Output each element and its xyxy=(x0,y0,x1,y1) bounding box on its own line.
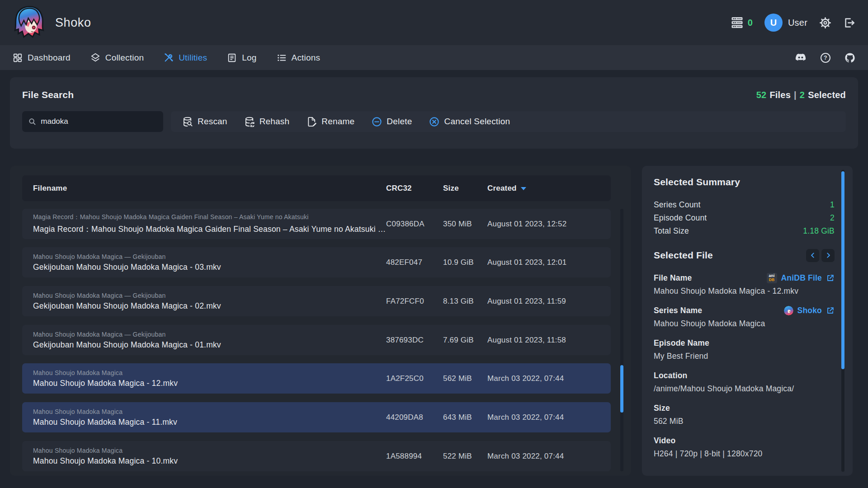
file-crc32: FA72FCF0 xyxy=(386,297,443,306)
field-value: My Best Friend xyxy=(654,352,835,361)
file-crc32: C09386DA xyxy=(386,220,443,229)
table-scrollbar-track xyxy=(620,209,623,471)
queue-icon xyxy=(731,17,743,28)
file-edit-icon xyxy=(307,117,317,127)
file-group-title: Magia Record：Mahou Shoujo Madoka Magica … xyxy=(33,213,386,221)
queue-status[interactable]: 0 xyxy=(731,17,753,28)
file-created: March 03 2022, 07:44 xyxy=(487,374,600,383)
discord-button[interactable] xyxy=(795,53,807,63)
action-label: Cancel Selection xyxy=(444,117,510,127)
nav-item-dashboard[interactable]: Dashboard xyxy=(13,53,71,63)
app-header: Shoko 0 U User xyxy=(0,0,868,45)
file-size: 562 MiB xyxy=(443,374,487,383)
file-crc32: 44209DA8 xyxy=(386,413,443,422)
table-row-selected[interactable]: Mahou Shoujo Madoka Magica Mahou Shoujo … xyxy=(22,402,611,432)
field-value: /anime/Mahou Shoujo Madoka Magica/ xyxy=(654,384,835,394)
table-row[interactable]: Mahou Shoujo Madoka Magica — Gekijouban … xyxy=(22,286,611,316)
gear-icon xyxy=(819,17,831,29)
table-row-selected[interactable]: Mahou Shoujo Madoka Magica Mahou Shoujo … xyxy=(22,363,611,394)
column-header-created[interactable]: Created xyxy=(487,184,600,193)
file-created: August 01 2023, 12:01 xyxy=(487,258,600,267)
external-link-icon xyxy=(826,306,835,315)
rescan-button[interactable]: Rescan xyxy=(183,117,227,127)
file-name: Mahou Shoujo Madoka Magica - 12.mkv xyxy=(33,379,386,388)
field-episode-name: Episode Name My Best Friend xyxy=(654,338,835,361)
column-header-size[interactable]: Size xyxy=(443,184,487,193)
summary-row: Episode Count 2 xyxy=(654,211,835,225)
sort-desc-icon xyxy=(521,187,526,190)
file-name: Gekijouban Mahou Shoujo Madoka Magica - … xyxy=(33,263,386,272)
search-box xyxy=(22,111,163,132)
file-name: Magia Record：Mahou Shoujo Madoka Magica … xyxy=(33,224,386,235)
summary-value: 1.18 GiB xyxy=(803,226,835,236)
next-file-button[interactable] xyxy=(821,249,835,262)
nav-item-log[interactable]: Log xyxy=(227,53,256,63)
github-button[interactable] xyxy=(844,52,855,63)
field-location: Location /anime/Mahou Shoujo Madoka Magi… xyxy=(654,371,835,394)
file-size: 8.13 GiB xyxy=(443,297,487,306)
cancel-selection-button[interactable]: Cancel Selection xyxy=(429,117,510,127)
column-header-crc32[interactable]: CRC32 xyxy=(386,184,443,193)
anidb-file-link[interactable]: ani DB AniDB File xyxy=(767,273,835,283)
database-refresh-icon xyxy=(245,117,255,127)
app-title: Shoko xyxy=(55,16,91,30)
file-crc32: 1A588994 xyxy=(386,452,443,461)
table-row[interactable]: Mahou Shoujo Madoka Magica Mahou Shoujo … xyxy=(22,441,611,471)
nav-label: Collection xyxy=(105,53,144,63)
file-group-title: Mahou Shoujo Madoka Magica xyxy=(33,369,386,376)
file-size: 7.69 GiB xyxy=(443,336,487,345)
file-group-title: Mahou Shoujo Madoka Magica — Gekijouban xyxy=(33,253,386,260)
minus-circle-icon xyxy=(372,117,382,127)
main-navbar: Dashboard Collection Utilities Log Actio… xyxy=(0,45,868,70)
rehash-button[interactable]: Rehash xyxy=(245,117,290,127)
settings-button[interactable] xyxy=(819,17,831,29)
selected-count: 2 xyxy=(800,90,805,100)
nav-item-utilities[interactable]: Utilities xyxy=(164,53,207,63)
nav-item-actions[interactable]: Actions xyxy=(277,53,321,63)
chevron-right-icon xyxy=(825,252,831,258)
summary-row: Series Count 1 xyxy=(654,198,835,211)
field-series-name: Series Name Shoko Mahou Shoujo xyxy=(654,305,835,328)
file-crc32: 387693DC xyxy=(386,336,443,345)
nav-item-collection[interactable]: Collection xyxy=(90,53,144,63)
delete-button[interactable]: Delete xyxy=(372,117,412,127)
external-link-icon xyxy=(826,274,835,282)
database-search-icon xyxy=(183,117,193,127)
files-count: 52 xyxy=(756,90,767,100)
search-input[interactable] xyxy=(41,117,157,126)
shoko-icon xyxy=(784,306,793,315)
summary-label: Series Count xyxy=(654,200,701,210)
table-scrollbar-thumb[interactable] xyxy=(620,365,623,413)
file-group-title: Mahou Shoujo Madoka Magica — Gekijouban xyxy=(33,292,386,299)
help-button[interactable]: ? xyxy=(820,52,831,63)
file-name: Gekijouban Mahou Shoujo Madoka Magica - … xyxy=(33,340,386,350)
column-header-filename[interactable]: Filename xyxy=(33,184,386,193)
file-name: Mahou Shoujo Madoka Magica - 11.mkv xyxy=(33,418,386,427)
table-row[interactable]: Magia Record：Mahou Shoujo Madoka Magica … xyxy=(22,209,611,239)
sidebar-scrollbar-thumb[interactable] xyxy=(841,171,844,369)
user-name: User xyxy=(788,18,807,28)
table-row[interactable]: Mahou Shoujo Madoka Magica — Gekijouban … xyxy=(22,247,611,277)
field-label: Series Name xyxy=(654,306,702,315)
logout-button[interactable] xyxy=(843,17,855,29)
field-label: File Name xyxy=(654,273,692,283)
summary-value: 2 xyxy=(830,213,835,223)
field-label: Size xyxy=(654,404,670,413)
user-menu[interactable]: U User xyxy=(764,14,807,32)
file-created: March 03 2022, 07:44 xyxy=(487,413,600,422)
x-circle-icon xyxy=(429,117,439,127)
file-created: August 01 2023, 11:59 xyxy=(487,297,600,306)
table-row[interactable]: Mahou Shoujo Madoka Magica — Gekijouban … xyxy=(22,325,611,355)
logout-icon xyxy=(843,17,855,29)
rename-button[interactable]: Rename xyxy=(307,117,354,127)
previous-file-button[interactable] xyxy=(806,249,819,262)
dashboard-icon xyxy=(13,53,23,63)
nav-label: Dashboard xyxy=(28,53,71,63)
selected-word: Selected xyxy=(808,90,846,100)
file-size: 350 MiB xyxy=(443,220,487,229)
shoko-series-link[interactable]: Shoko xyxy=(784,306,835,315)
selection-stats: 52 Files | 2 Selected xyxy=(756,90,846,100)
utilities-icon xyxy=(164,53,174,63)
field-label: Location xyxy=(654,371,688,380)
summary-label: Total Size xyxy=(654,226,689,236)
